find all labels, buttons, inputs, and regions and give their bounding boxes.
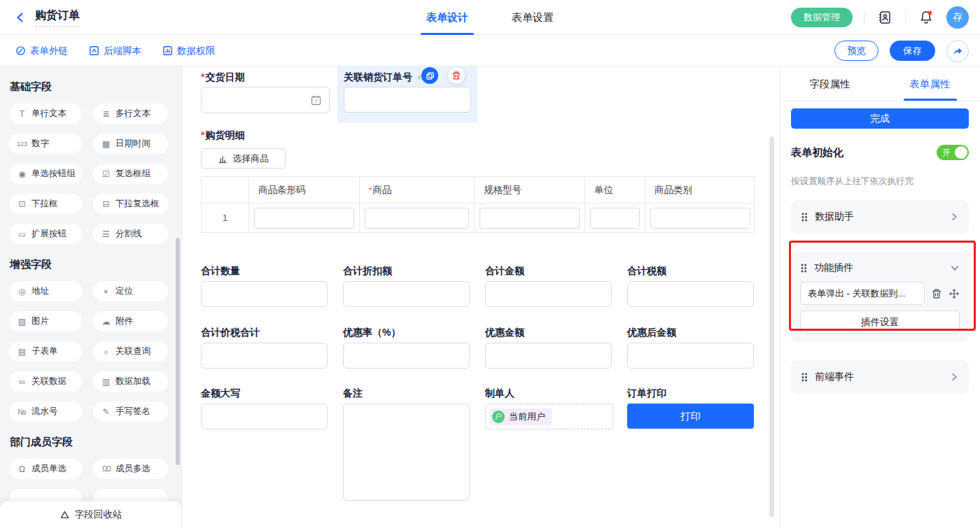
field-button-dropdown[interactable]: ⊡下拉框 — [9, 194, 82, 214]
col-header-category[interactable]: 商品类别 — [645, 177, 755, 204]
target-icon: ⌖ — [101, 287, 111, 297]
total-amount-input[interactable] — [485, 281, 612, 307]
print-button[interactable]: 打印 — [627, 404, 754, 429]
creator-value-box[interactable]: 户 当前用户 — [485, 404, 613, 429]
field-button-dropdown-multi[interactable]: ⊟下拉复选框 — [93, 194, 168, 214]
field-amount-in-words[interactable]: 金额大写 — [201, 386, 328, 429]
form-init-toggle[interactable]: 开 — [937, 145, 969, 160]
field-button-address[interactable]: ◎地址 — [9, 281, 82, 301]
field-button-signature[interactable]: ✎手写签名 — [93, 401, 168, 422]
category-input[interactable] — [650, 208, 750, 229]
col-header-unit[interactable]: 单位 — [585, 177, 645, 204]
plugin-settings-button[interactable]: 插件设置 — [800, 311, 960, 334]
total-tax-input[interactable] — [627, 281, 754, 307]
plugin-card-header[interactable]: 功能插件 — [800, 259, 960, 277]
front-event-card[interactable]: 前端事件 — [791, 360, 969, 394]
data-manage-button[interactable]: 数据管理 — [791, 8, 853, 27]
total-discount-input[interactable] — [343, 281, 470, 307]
share-button[interactable] — [946, 40, 969, 62]
field-button-number[interactable]: 123数字 — [9, 134, 82, 154]
field-after-discount[interactable]: 优惠后金额 — [627, 325, 754, 369]
section-title-member-fields: 部门成员字段 — [10, 436, 181, 449]
divider — [905, 11, 906, 24]
discount-amount-input[interactable] — [485, 343, 612, 369]
field-recycle-bin[interactable]: 字段回收站 — [0, 501, 181, 528]
svg-text:7: 7 — [314, 98, 317, 104]
delete-field-button[interactable] — [448, 67, 465, 84]
notification-button[interactable] — [917, 8, 935, 27]
field-button-single-line-text[interactable]: T单行文本 — [9, 104, 82, 124]
total-quantity-input[interactable] — [201, 281, 328, 307]
field-total-quantity[interactable]: 合计数量 — [201, 264, 328, 307]
checkbox-icon: ☑ — [101, 169, 111, 179]
tab-form-settings[interactable]: 表单设置 — [512, 0, 554, 35]
sidebar-scrollbar[interactable] — [176, 238, 180, 465]
tab-form-design[interactable]: 表单设计 — [426, 0, 468, 35]
field-total-with-tax[interactable]: 合计价税合计 — [201, 325, 328, 369]
dropdown-multi-icon: ⊟ — [101, 199, 111, 209]
field-button-location[interactable]: ⌖定位 — [93, 281, 168, 301]
field-button-member-single[interactable]: Ω成员单选 — [9, 459, 82, 479]
plugin-item[interactable]: 表单弹出 - 关联数据到... — [800, 282, 925, 305]
copy-field-button[interactable] — [421, 67, 438, 84]
field-button-member-multi[interactable]: ΩΩ成员多选 — [93, 459, 168, 479]
discount-rate-input[interactable] — [343, 343, 470, 369]
spec-input[interactable] — [479, 208, 580, 229]
data-permission-button[interactable]: 数据权限 — [162, 45, 215, 57]
field-button-datetime[interactable]: ▦日期时间 — [93, 134, 168, 154]
permission-icon — [162, 45, 173, 56]
field-button-serial-number[interactable]: №流水号 — [9, 401, 82, 422]
field-button-linked-query[interactable]: ⌕关联查询 — [93, 341, 168, 362]
field-button-attachment[interactable]: ☁附件 — [93, 311, 168, 331]
field-button-extend-button[interactable]: ▭扩展按钮 — [9, 224, 82, 244]
tab-field-properties[interactable]: 字段属性 — [780, 66, 880, 101]
magnifier-icon: ⌕ — [101, 347, 111, 357]
field-button-checkbox-group[interactable]: ☑复选框组 — [93, 164, 168, 184]
related-order-input[interactable] — [344, 87, 471, 113]
unit-input[interactable] — [590, 208, 640, 229]
done-button[interactable]: 完成 — [791, 108, 969, 129]
field-button-linked-data[interactable]: ∞关联数据 — [9, 371, 82, 392]
col-header-spec[interactable]: 规格型号 — [475, 177, 585, 204]
field-button-multi-line-text[interactable]: ≣多行文本 — [93, 104, 168, 124]
preview-button[interactable]: 预览 — [834, 41, 878, 61]
field-button-data-load[interactable]: ▥数据加载 — [93, 371, 168, 392]
backend-script-button[interactable]: 后端脚本 — [89, 45, 141, 57]
field-button-divider[interactable]: ☰分割线 — [93, 224, 168, 244]
plugin-move-handle[interactable] — [948, 288, 960, 299]
address-book-button[interactable] — [876, 8, 894, 27]
field-discount-rate[interactable]: 优惠率（%） — [343, 325, 470, 369]
field-button-radio-group[interactable]: ◉单选按钮组 — [9, 164, 82, 184]
after-discount-input[interactable] — [627, 343, 754, 369]
col-header-barcode[interactable]: 商品条形码 — [249, 177, 360, 204]
field-discount-amount[interactable]: 优惠金额 — [485, 325, 612, 369]
delivery-date-input[interactable]: 7 — [201, 87, 330, 113]
select-product-button[interactable]: 选择商品 — [201, 148, 286, 169]
subform-icon: ▤ — [17, 347, 27, 357]
field-total-amount[interactable]: 合计金额 — [485, 264, 612, 307]
field-remark[interactable]: 备注 — [343, 386, 470, 501]
save-button[interactable]: 保存 — [890, 41, 935, 61]
remark-textarea[interactable] — [343, 404, 470, 501]
user-avatar[interactable]: 存 — [946, 6, 969, 29]
field-button-image[interactable]: ▨图片 — [9, 311, 82, 331]
field-total-discount[interactable]: 合计折扣额 — [343, 264, 470, 307]
field-creator[interactable]: 制单人 户 当前用户 — [485, 386, 612, 429]
data-helper-card[interactable]: 数据助手 — [791, 200, 969, 234]
tab-form-properties[interactable]: 表单属性 — [880, 66, 980, 101]
chevron-right-icon — [949, 212, 959, 222]
product-input[interactable] — [365, 208, 469, 229]
col-header-product[interactable]: *商品 — [360, 177, 475, 204]
field-button-subform[interactable]: ▤子表单 — [9, 341, 82, 362]
selected-field-related-order[interactable]: 关联销货订单号 — [337, 66, 477, 122]
canvas-scrollbar[interactable] — [769, 136, 774, 518]
plugin-delete-button[interactable] — [931, 288, 942, 299]
button-icon: ▭ — [17, 229, 27, 239]
total-with-tax-input[interactable] — [201, 343, 328, 369]
people-icon: ΩΩ — [101, 465, 111, 473]
field-order-print[interactable]: 订单打印 打印 — [627, 386, 754, 429]
external-link-button[interactable]: 表单外链 — [15, 45, 68, 57]
barcode-input[interactable] — [254, 208, 354, 229]
amount-in-words-input[interactable] — [201, 404, 328, 429]
field-total-tax[interactable]: 合计税额 — [627, 264, 754, 307]
